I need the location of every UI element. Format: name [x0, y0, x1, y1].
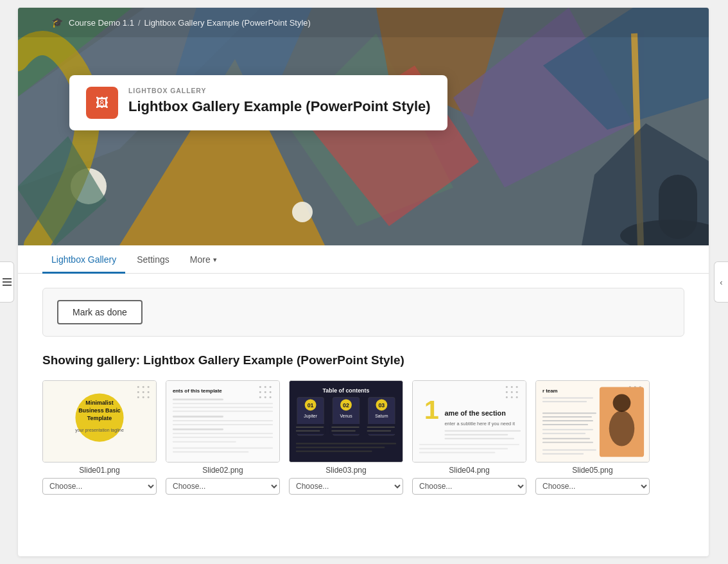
breadcrumb-course-icon: 🎓 — [51, 17, 64, 28]
svg-rect-49 — [173, 424, 273, 425]
svg-text:your presentation tagline: your presentation tagline — [75, 428, 124, 433]
sidebar-toggle[interactable] — [0, 261, 14, 303]
svg-rect-120 — [542, 424, 588, 425]
tabs-bar: Lightbox Gallery Settings More ▾ — [18, 245, 709, 274]
svg-rect-44 — [173, 403, 273, 404]
title-card-icon: 🖼 — [86, 87, 118, 119]
svg-point-34 — [259, 386, 261, 388]
svg-point-90 — [511, 396, 513, 398]
svg-rect-71 — [331, 430, 356, 432]
hero-section: 🎓 Course Demo 1.1 / Lightbox Gallery Exa… — [18, 8, 709, 245]
gallery-item-4: 1 ame of the section enter a subtitle he… — [412, 380, 526, 495]
gallery-filename-5: Slide05.png — [535, 466, 650, 475]
svg-point-84 — [511, 386, 513, 388]
svg-point-87 — [511, 391, 513, 393]
svg-rect-124 — [542, 442, 593, 443]
gallery-item-3: Table of contents 01 Jupiter 02 — [289, 380, 403, 495]
breadcrumb: 🎓 Course Demo 1.1 / Lightbox Gallery Exa… — [18, 8, 709, 37]
tab-lightbox-gallery[interactable]: Lightbox Gallery — [42, 245, 125, 274]
svg-rect-64 — [296, 430, 320, 432]
gallery-item-5: r team — [535, 380, 650, 495]
svg-point-83 — [506, 386, 508, 388]
svg-point-91 — [516, 396, 518, 398]
action-bar: Mark as done — [42, 288, 684, 337]
svg-point-40 — [259, 396, 261, 398]
svg-rect-123 — [542, 438, 590, 439]
svg-point-41 — [264, 396, 266, 398]
title-card-title: Lightbox Gallery Example (PowerPoint Sty… — [128, 97, 431, 116]
svg-rect-76 — [365, 424, 397, 434]
svg-rect-96 — [444, 434, 508, 436]
content-body: Mark as done Showing gallery: Lightbox G… — [18, 274, 709, 509]
gallery-select-3[interactable]: Choose... — [289, 478, 403, 495]
gallery-heading: Showing gallery: Lightbox Gallery Exampl… — [42, 353, 684, 367]
tab-more[interactable]: More ▾ — [181, 245, 226, 274]
gallery-thumb-2[interactable]: ents of this template — [166, 380, 280, 463]
svg-text:1: 1 — [424, 394, 439, 425]
gallery-filename-1: Slide01.png — [42, 466, 157, 475]
svg-rect-69 — [329, 424, 361, 434]
svg-text:03: 03 — [378, 402, 385, 409]
svg-rect-121 — [542, 429, 593, 430]
svg-rect-78 — [367, 430, 392, 432]
svg-text:Saturn: Saturn — [375, 414, 388, 418]
svg-rect-122 — [542, 433, 585, 434]
svg-point-25 — [148, 386, 150, 388]
svg-text:01: 01 — [308, 402, 314, 409]
svg-text:r team: r team — [542, 388, 558, 394]
gallery-thumb-4[interactable]: 1 ame of the section enter a subtitle he… — [412, 380, 526, 463]
gallery-select-1[interactable]: Choose... — [42, 478, 157, 495]
gallery-grid: Minimalist Business Basic Template your … — [42, 380, 684, 495]
chevron-down-icon: ▾ — [213, 256, 217, 264]
svg-rect-99 — [419, 448, 508, 450]
svg-rect-48 — [173, 420, 273, 421]
gallery-filename-2: Slide02.png — [166, 466, 280, 475]
svg-text:Jupiter: Jupiter — [304, 414, 317, 419]
breadcrumb-page-name: Lightbox Gallery Example (PowerPoint Sty… — [144, 18, 311, 28]
svg-point-37 — [259, 391, 261, 393]
svg-point-88 — [516, 391, 518, 393]
chevron-left-icon: ‹ — [720, 278, 722, 287]
right-collapse-button[interactable]: ‹ — [714, 261, 728, 303]
svg-point-31 — [148, 396, 150, 398]
svg-text:Minimalist: Minimalist — [85, 400, 113, 406]
svg-point-85 — [516, 386, 518, 388]
svg-text:ents of this template: ents of this template — [173, 388, 222, 394]
hamburger-icon — [3, 278, 12, 286]
svg-text:Business Basic: Business Basic — [78, 407, 121, 414]
svg-rect-113 — [542, 401, 587, 402]
svg-point-26 — [137, 391, 139, 393]
gallery-select-5[interactable]: Choose... — [535, 478, 650, 495]
svg-rect-81 — [296, 450, 372, 452]
svg-rect-62 — [294, 424, 325, 434]
svg-rect-52 — [173, 437, 273, 438]
gallery-select-4[interactable]: Choose... — [412, 478, 526, 495]
svg-point-89 — [506, 396, 508, 398]
svg-rect-45 — [173, 407, 273, 408]
svg-text:02: 02 — [343, 402, 349, 409]
breadcrumb-course-link[interactable]: Course Demo 1.1 — [69, 18, 134, 28]
gallery-filename-4: Slide04.png — [412, 466, 526, 475]
svg-rect-79 — [296, 443, 396, 445]
tab-settings[interactable]: Settings — [128, 245, 178, 274]
gallery-thumb-5[interactable]: r team — [535, 380, 650, 463]
svg-rect-47 — [173, 416, 223, 418]
svg-rect-50 — [173, 428, 223, 430]
svg-text:enter a subtitle here if you n: enter a subtitle here if you need it — [444, 421, 515, 427]
svg-rect-43 — [173, 398, 223, 400]
svg-rect-97 — [444, 438, 514, 439]
svg-rect-51 — [173, 433, 273, 434]
mark-done-button[interactable]: Mark as done — [57, 300, 143, 324]
gallery-item-2: ents of this template — [166, 380, 280, 495]
gallery-select-2[interactable]: Choose... — [166, 478, 280, 495]
svg-point-42 — [270, 396, 272, 398]
svg-rect-125 — [542, 450, 596, 451]
title-card-category: LIGHTBOX GALLERY — [128, 87, 431, 94]
gallery-thumb-1[interactable]: Minimalist Business Basic Template your … — [42, 380, 157, 463]
svg-rect-98 — [419, 445, 519, 445]
svg-point-30 — [143, 396, 144, 398]
svg-point-23 — [137, 386, 139, 388]
svg-rect-118 — [542, 416, 592, 418]
gallery-thumb-3[interactable]: Table of contents 01 Jupiter 02 — [289, 380, 403, 463]
svg-rect-80 — [296, 447, 385, 448]
